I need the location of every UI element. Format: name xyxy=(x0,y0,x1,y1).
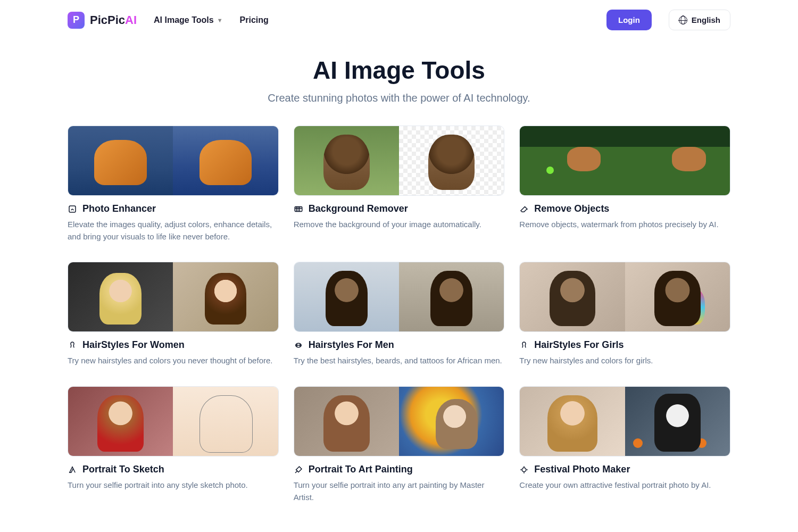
tool-image xyxy=(68,386,279,456)
language-button[interactable]: English xyxy=(669,10,730,30)
sketch-icon xyxy=(68,465,77,475)
eraser-icon xyxy=(519,204,529,214)
enhance-icon xyxy=(68,204,77,214)
tool-image-before xyxy=(68,262,173,331)
tool-card-festival-photo-maker[interactable]: Festival Photo MakerCreate your own attr… xyxy=(519,386,730,503)
tool-title: Portrait To Art Painting xyxy=(309,464,413,475)
nav-ai-image-tools[interactable]: AI Image Tools ▼ xyxy=(154,15,223,25)
logo-text: PicPicAI xyxy=(90,13,137,27)
tool-image-after xyxy=(625,262,730,331)
tool-title-row: Photo Enhancer xyxy=(68,203,279,214)
language-label: English xyxy=(692,15,720,24)
tool-image-after xyxy=(625,387,730,456)
tool-image xyxy=(519,126,730,196)
tool-description: Try new hairstyles and colors you never … xyxy=(68,355,279,367)
tool-card-hairstyles-for-men[interactable]: Hairstyles For MenTry the best hairstyle… xyxy=(294,262,505,367)
tool-title-row: Hairstyles For Men xyxy=(294,339,505,351)
tool-description: Try the best hairstyles, beards, and tat… xyxy=(294,355,505,367)
logo-text-suffix: AI xyxy=(125,13,137,27)
tool-image xyxy=(68,126,279,196)
tool-title-row: Remove Objects xyxy=(519,203,730,214)
tool-card-portrait-to-sketch[interactable]: Portrait To SketchTurn your selfie portr… xyxy=(68,386,279,503)
tool-title: HairStyles For Girls xyxy=(534,339,624,351)
tool-image-after xyxy=(399,387,504,456)
tool-title: Festival Photo Maker xyxy=(534,464,630,475)
tool-title-row: Portrait To Art Painting xyxy=(294,464,505,475)
tool-title-row: Background Remover xyxy=(294,203,505,214)
tool-image-before xyxy=(520,126,625,195)
nav-ai-image-tools-label: AI Image Tools xyxy=(154,15,214,25)
tool-title-row: Festival Photo Maker xyxy=(519,464,730,475)
tool-title-row: HairStyles For Girls xyxy=(519,339,730,351)
tool-card-portrait-to-art-painting[interactable]: Portrait To Art PaintingTurn your selfie… xyxy=(294,386,505,503)
tool-title-row: Portrait To Sketch xyxy=(68,464,279,475)
tool-description: Turn your selfie portrait into any style… xyxy=(68,479,279,492)
tool-description: Remove objects, watermark from photos pr… xyxy=(519,219,730,231)
festival-icon xyxy=(519,465,529,475)
header: P PicPicAI AI Image Tools ▼ Pricing Logi… xyxy=(0,0,798,40)
hairmen-icon xyxy=(294,340,303,350)
page-subtitle: Create stunning photos with the power of… xyxy=(11,92,787,104)
tool-title-row: HairStyles For Women xyxy=(68,339,279,351)
tool-image-before xyxy=(294,126,399,195)
tool-title: Portrait To Sketch xyxy=(82,464,164,475)
tool-image-before xyxy=(520,387,625,456)
tool-image-after xyxy=(399,262,504,331)
logo-icon: P xyxy=(68,12,85,29)
paint-icon xyxy=(294,465,303,475)
tool-image-before xyxy=(520,262,625,331)
logo[interactable]: P PicPicAI xyxy=(68,12,137,29)
tool-image-before xyxy=(68,387,173,456)
nav-pricing-label: Pricing xyxy=(240,15,269,25)
tool-title: Photo Enhancer xyxy=(82,203,156,214)
logo-text-prefix: PicPic xyxy=(90,13,125,27)
login-button[interactable]: Login xyxy=(606,10,652,30)
tool-title: HairStyles For Women xyxy=(82,339,185,351)
tool-image-after xyxy=(625,126,730,195)
svg-point-3 xyxy=(522,468,527,472)
tool-description: Elevate the images quality, adjust color… xyxy=(68,219,279,243)
tool-image-after xyxy=(399,126,504,195)
page-title: AI Image Tools xyxy=(11,56,787,85)
tool-description: Try new hairstyles and colors for girls. xyxy=(519,355,730,367)
tool-image-after xyxy=(173,387,278,456)
nav-pricing[interactable]: Pricing xyxy=(240,15,269,25)
tool-description: Remove the background of your image auto… xyxy=(294,219,505,231)
tool-description: Turn your selfie portrait into any art p… xyxy=(294,479,505,503)
tool-image xyxy=(519,262,730,332)
tool-image-before xyxy=(294,262,399,331)
tools-grid: Photo EnhancerElevate the images quality… xyxy=(0,126,798,532)
tool-image-after xyxy=(173,262,278,331)
tool-card-hairstyles-for-women[interactable]: HairStyles For WomenTry new hairstyles a… xyxy=(68,262,279,367)
tool-image-after xyxy=(173,126,278,195)
hair-icon xyxy=(68,340,77,350)
tool-title: Background Remover xyxy=(309,203,408,214)
hair-icon xyxy=(519,340,529,350)
tool-image-before xyxy=(294,387,399,456)
tool-card-background-remover[interactable]: Background RemoverRemove the background … xyxy=(294,126,505,243)
globe-icon xyxy=(679,16,687,24)
tool-title: Remove Objects xyxy=(534,203,609,214)
hero: AI Image Tools Create stunning photos wi… xyxy=(0,40,798,126)
chevron-down-icon: ▼ xyxy=(217,17,223,23)
tool-image xyxy=(68,262,279,332)
tool-card-hairstyles-for-girls[interactable]: HairStyles For GirlsTry new hairstyles a… xyxy=(519,262,730,367)
tool-title: Hairstyles For Men xyxy=(309,339,394,351)
bgremove-icon xyxy=(294,204,303,214)
tool-description: Create your own attractive festival port… xyxy=(519,479,730,492)
tool-card-photo-enhancer[interactable]: Photo EnhancerElevate the images quality… xyxy=(68,126,279,243)
tool-image xyxy=(294,262,505,332)
tool-image xyxy=(519,386,730,456)
tool-image xyxy=(294,386,505,456)
tool-card-remove-objects[interactable]: Remove ObjectsRemove objects, watermark … xyxy=(519,126,730,243)
tool-image xyxy=(294,126,505,196)
tool-image-before xyxy=(68,126,173,195)
